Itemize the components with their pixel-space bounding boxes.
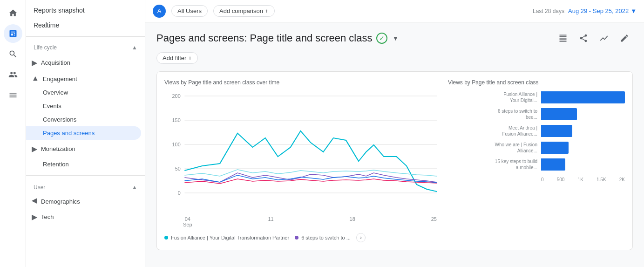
bar-rows: Fusion Alliance | Your Digital... 6 step… — [495, 91, 625, 173]
nav-home-icon[interactable] — [4, 4, 22, 22]
bar-row-1: Fusion Alliance | Your Digital... — [495, 91, 625, 103]
sidebar-retention-header[interactable]: Retention — [26, 158, 141, 171]
sidebar-item-overview[interactable]: Overview — [26, 86, 141, 99]
main-content: A All Users Add comparison + Last 28 day… — [145, 0, 644, 267]
bar-row-3: Meet Andrea | Fusion Alliance... — [495, 125, 625, 137]
charts-container: Views by Page title and screen class ove… — [156, 71, 633, 250]
sidebar-tech-header[interactable]: ▶ Tech — [26, 210, 141, 224]
line-chart-section: Views by Page title and screen class ove… — [164, 79, 437, 242]
bar-fill-4 — [541, 142, 569, 154]
sidebar-engagement-header[interactable]: ▼ Engagement — [26, 72, 141, 86]
user-collapse-icon[interactable]: ▲ — [132, 184, 137, 191]
sidebar-item-events[interactable]: Events — [26, 99, 141, 113]
table-view-icon[interactable] — [555, 30, 571, 47]
page-title: Pages and screens: Page title and screen… — [156, 32, 373, 44]
bar-fill-5 — [541, 158, 565, 171]
legend-dot-1 — [164, 236, 168, 240]
legend-item-1: Fusion Alliance | Your Digital Transform… — [164, 235, 289, 240]
sidebar-group-acquisition: ▶ Acquisition — [26, 55, 145, 70]
add-comparison-button[interactable]: Add comparison + — [213, 5, 275, 17]
page-content: Pages and screens: Page title and screen… — [145, 22, 644, 267]
all-users-chip[interactable]: All Users — [171, 5, 208, 17]
sidebar-acquisition-header[interactable]: ▶ Acquisition — [26, 55, 141, 70]
sidebar-item-pages-screens[interactable]: Pages and screens — [26, 126, 141, 140]
bar-x-2k: 2K — [619, 177, 625, 182]
line-chart: 200 150 100 50 0 — [164, 91, 437, 222]
sidebar-divider-2 — [26, 175, 145, 176]
page-title-row: Pages and screens: Page title and screen… — [156, 32, 400, 44]
insights-icon[interactable] — [596, 30, 612, 47]
sidebar-item-conversions[interactable]: Conversions — [26, 113, 141, 126]
date-range-selector[interactable]: Aug 29 - Sep 25, 2022 ▼ — [568, 7, 637, 14]
bar-row-2: 6 steps to switch to bee... — [495, 108, 625, 120]
legend-item-2: 6 steps to switch to ... — [295, 235, 351, 240]
sidebar-group-engagement: ▼ Engagement Overview Events Conversions… — [26, 72, 145, 140]
chart-legend: Fusion Alliance | Your Digital Transform… — [164, 233, 437, 242]
topbar: A All Users Add comparison + Last 28 day… — [145, 0, 644, 22]
sidebar-group-tech: ▶ Tech — [26, 210, 145, 224]
legend-dot-2 — [295, 236, 298, 240]
legend-next-button[interactable]: › — [356, 233, 366, 242]
legend-label-2: 6 steps to switch to ... — [301, 235, 351, 240]
sidebar: Reports snapshot Realtime Life cycle ▲ ▶… — [26, 0, 145, 267]
sidebar-group-monetization: ▶ Monetization — [26, 142, 145, 156]
demographics-chevron: ▶ — [32, 197, 37, 206]
sidebar-demographics-header[interactable]: ▶ Demographics — [26, 194, 141, 209]
sidebar-reports-snapshot[interactable]: Reports snapshot — [26, 0, 145, 18]
bar-label-1: Fusion Alliance | Your Digital... — [495, 91, 537, 103]
bar-label-4: Who we are | Fusion Alliance... — [495, 142, 537, 154]
svg-text:0: 0 — [178, 191, 181, 196]
svg-text:50: 50 — [175, 166, 181, 171]
bar-chart-section: Views by Page title and screen class Fus… — [448, 79, 625, 242]
bar-x-1-5k: 1.5K — [597, 177, 606, 182]
bar-chart-body: Fusion Alliance | Your Digital... 6 step… — [448, 91, 625, 182]
lifecycle-collapse-icon[interactable]: ▲ — [132, 44, 137, 51]
nav-audience-icon[interactable] — [4, 65, 22, 84]
nav-search-icon[interactable] — [4, 45, 22, 63]
nav-reports-icon[interactable] — [4, 86, 22, 104]
edit-icon[interactable] — [616, 30, 633, 47]
bar-row-5: 15 key steps to build a mobile... — [495, 158, 625, 171]
bar-label-5: 15 key steps to build a mobile... — [495, 158, 537, 171]
last-28-label: Last 28 days — [533, 8, 564, 14]
date-range-chevron: ▼ — [630, 7, 637, 14]
add-filter-button[interactable]: Add filter + — [156, 52, 198, 64]
engagement-chevron: ▼ — [32, 75, 39, 83]
bar-x-1k: 1K — [578, 177, 583, 182]
add-comparison-plus-icon: + — [265, 7, 269, 14]
svg-text:200: 200 — [172, 94, 181, 99]
bar-chart-title: Views by Page title and screen class — [448, 79, 625, 86]
add-filter-plus-icon: + — [188, 55, 192, 62]
monetization-chevron: ▶ — [32, 144, 37, 153]
sidebar-group-demographics: ▶ Demographics — [26, 194, 145, 209]
page-actions — [555, 30, 633, 47]
share-icon[interactable] — [575, 30, 592, 47]
bar-x-0: 0 — [541, 177, 544, 182]
sidebar-divider-1 — [26, 36, 145, 37]
topbar-left: A All Users Add comparison + — [153, 5, 275, 18]
user-avatar: A — [153, 5, 166, 18]
user-section-header: User ▲ — [26, 181, 145, 193]
sidebar-monetization-header[interactable]: ▶ Monetization — [26, 142, 141, 156]
line-chart-title: Views by Page title and screen class ove… — [164, 79, 437, 86]
bar-fill-3 — [541, 125, 572, 137]
bar-x-axis: 0 500 1K 1.5K 2K — [495, 177, 625, 182]
title-dropdown-icon[interactable]: ▼ — [391, 34, 400, 43]
svg-text:100: 100 — [172, 142, 181, 147]
tech-chevron: ▶ — [32, 212, 37, 221]
line-chart-svg: 200 150 100 50 0 — [164, 91, 437, 212]
title-check-icon[interactable]: ✓ — [376, 33, 387, 44]
icon-navigation — [0, 0, 26, 267]
filter-row: Add filter + — [156, 52, 633, 64]
sidebar-realtime[interactable]: Realtime — [26, 18, 145, 33]
lifecycle-section-header: Life cycle ▲ — [26, 41, 145, 55]
topbar-right: Last 28 days Aug 29 - Sep 25, 2022 ▼ — [533, 7, 637, 14]
bar-fill-1 — [541, 91, 625, 103]
user-section: User ▲ ▶ Demographics ▶ Tech — [26, 179, 145, 227]
nav-analytics-icon[interactable] — [4, 24, 22, 43]
legend-label-1: Fusion Alliance | Your Digital Transform… — [171, 235, 289, 240]
bar-fill-2 — [541, 108, 577, 120]
page-header: Pages and screens: Page title and screen… — [156, 30, 633, 47]
acquisition-chevron: ▶ — [32, 58, 37, 67]
svg-text:150: 150 — [172, 118, 181, 123]
